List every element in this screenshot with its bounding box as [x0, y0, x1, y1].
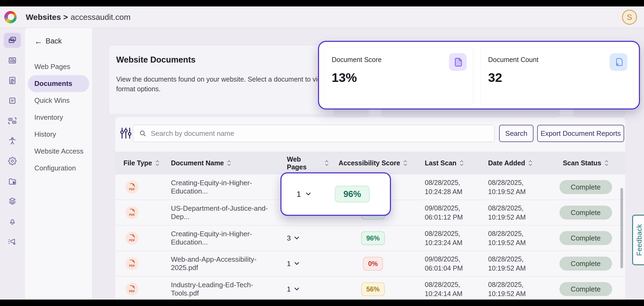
- folder-settings-icon: [8, 177, 17, 185]
- pdf-file-icon: PDF: [126, 257, 138, 270]
- last-scan-date: 08/28/2025, 10:23:24 AM: [425, 229, 478, 247]
- date-added: 08/28/2025, 10:19:52 AM: [488, 280, 542, 298]
- rail-item-sync[interactable]: [4, 113, 21, 128]
- column-header-date-added[interactable]: Date Added: [482, 159, 546, 167]
- table-row[interactable]: PDF Web-and-App-Accessibility-2025.pdf 1…: [115, 251, 625, 276]
- announcements-megaphone-icon: [8, 237, 17, 246]
- rail-item-layers[interactable]: [4, 194, 21, 209]
- chevron-down-icon[interactable]: [294, 287, 299, 291]
- column-header-file-type[interactable]: File Type: [115, 159, 162, 167]
- document-count-value: 32: [488, 70, 634, 85]
- breadcrumb: Websites > accessaudit.com: [26, 13, 130, 22]
- document-icon: [449, 53, 467, 71]
- accessibility-score-badge: 96%: [335, 186, 370, 202]
- sidebar-item-configuration[interactable]: Configuration: [25, 160, 92, 177]
- app-window: Websites > accessaudit.com S: [0, 0, 644, 306]
- last-scan-date: 09/08/2025, 06:01:04 PM: [425, 254, 478, 273]
- search-button[interactable]: Search: [499, 125, 533, 142]
- date-added: 08/28/2025, 10:19:52 AM: [488, 178, 542, 196]
- document-count-card: Document Count 32 #: [480, 47, 634, 105]
- feedback-tab[interactable]: Feedback: [632, 215, 644, 265]
- search-box: [133, 125, 495, 142]
- document-name[interactable]: Creating-Equity-in-Higher-Education...: [171, 230, 278, 246]
- accessibility-score-badge: 0%: [363, 257, 383, 271]
- stats-spotlight: Document Score 13% Document Count 32 #: [318, 41, 640, 110]
- search-input[interactable]: [151, 129, 473, 138]
- sidebar: ← Back Web Pages Documents Quick Wins In…: [25, 28, 93, 300]
- sync-pages-icon: [8, 116, 17, 125]
- web-pages-count: 3: [287, 234, 291, 242]
- rail-item-pages[interactable]: [4, 53, 21, 68]
- web-pages-count: 1: [287, 260, 291, 268]
- rail-item-settings[interactable]: [4, 154, 21, 169]
- last-scan-date: 09/08/2025, 06:01:12 PM: [425, 203, 478, 222]
- filter-button[interactable]: [120, 127, 132, 140]
- report-document-icon: [8, 76, 17, 85]
- vertical-scrollbar[interactable]: [620, 188, 623, 268]
- date-added: 08/28/2025, 10:19:52 AM: [488, 229, 542, 247]
- breadcrumb-section[interactable]: Websites >: [26, 13, 68, 22]
- accessibility-score-badge: 56%: [361, 282, 385, 296]
- last-scan-date: 08/28/2025, 10:24:14 AM: [425, 280, 478, 298]
- sort-icon[interactable]: [528, 160, 532, 166]
- document-score-value: 13%: [332, 70, 473, 85]
- sidebar-item-history[interactable]: History: [25, 126, 92, 143]
- sort-icon[interactable]: [155, 160, 159, 166]
- app-logo[interactable]: [4, 11, 17, 23]
- date-added: 08/28/2025, 10:19:52 AM: [488, 254, 542, 273]
- page-description: View the documents found on your website…: [116, 74, 342, 94]
- table-row[interactable]: PDF Industry-Leading-Ed-Tech-Tools.pdf 1…: [115, 276, 625, 302]
- browser-list-icon: [8, 56, 17, 65]
- export-document-reports-button[interactable]: Export Document Reports: [537, 125, 624, 142]
- scan-status-badge: Complete: [559, 231, 612, 245]
- sort-icon[interactable]: [460, 160, 464, 166]
- sort-icon[interactable]: [325, 160, 329, 166]
- back-arrow-icon: ←: [34, 37, 42, 45]
- sort-icon[interactable]: [227, 160, 231, 166]
- settings-gear-icon: [8, 157, 17, 165]
- rail-item-announcements[interactable]: [4, 234, 21, 249]
- svg-text:PDF: PDF: [129, 188, 135, 191]
- table-row[interactable]: PDF Creating-Equity-in-Higher-Education.…: [115, 225, 625, 251]
- back-button[interactable]: ← Back: [34, 37, 92, 45]
- sidebar-item-documents[interactable]: Documents: [28, 75, 89, 92]
- sort-icon[interactable]: [403, 160, 407, 166]
- search-icon[interactable]: [139, 130, 147, 137]
- column-header-last-scan[interactable]: Last Scan: [417, 159, 482, 167]
- column-header-scan-status[interactable]: Scan Status: [546, 159, 625, 167]
- chevron-down-icon[interactable]: [306, 192, 311, 196]
- svg-text:PDF: PDF: [129, 290, 135, 293]
- sidebar-item-inventory[interactable]: Inventory: [25, 109, 92, 126]
- chevron-down-icon[interactable]: [294, 236, 299, 240]
- pdf-file-icon: PDF: [126, 181, 138, 194]
- rail-item-accessibility[interactable]: [4, 133, 21, 148]
- rail-item-reports[interactable]: [4, 73, 21, 88]
- document-name[interactable]: US-Department-of-Justice-and-Dep...: [171, 204, 278, 221]
- sort-icon[interactable]: [605, 160, 609, 166]
- user-avatar[interactable]: S: [622, 10, 637, 25]
- breadcrumb-site: accessaudit.com: [71, 13, 130, 22]
- feedback-label: Feedback: [635, 224, 643, 256]
- layers-icon: [8, 197, 17, 206]
- column-header-web-pages[interactable]: Web Pages: [278, 155, 329, 171]
- rail-item-notifications[interactable]: [4, 214, 21, 229]
- main-content: Website Documents View the documents fou…: [93, 28, 644, 300]
- notifications-bell-icon: [8, 217, 17, 226]
- column-header-accessibility-score[interactable]: Accessibility Score: [329, 159, 417, 167]
- document-name[interactable]: Web-and-App-Accessibility-2025.pdf: [171, 255, 278, 272]
- last-scan-date: 08/28/2025, 10:24:28 AM: [425, 178, 478, 196]
- rail-item-notes[interactable]: [4, 93, 21, 108]
- scan-status-badge: Complete: [559, 206, 612, 220]
- sidebar-item-website-access[interactable]: Website Access: [25, 143, 92, 160]
- date-added: 08/28/2025, 10:19:52 AM: [488, 203, 542, 222]
- chevron-down-icon[interactable]: [294, 262, 299, 265]
- icon-rail: [0, 28, 25, 300]
- document-name[interactable]: Creating-Equity-in-Higher-Education...: [171, 179, 278, 195]
- sidebar-item-web-pages[interactable]: Web Pages: [25, 58, 92, 75]
- rail-item-file-manager[interactable]: [4, 174, 21, 189]
- rail-item-websites[interactable]: [4, 33, 21, 48]
- column-header-document-name[interactable]: Document Name: [162, 159, 278, 167]
- document-name[interactable]: Industry-Leading-Ed-Tech-Tools.pdf: [171, 281, 278, 297]
- sidebar-item-quick-wins[interactable]: Quick Wins: [25, 92, 92, 109]
- pdf-file-icon: PDF: [126, 206, 138, 219]
